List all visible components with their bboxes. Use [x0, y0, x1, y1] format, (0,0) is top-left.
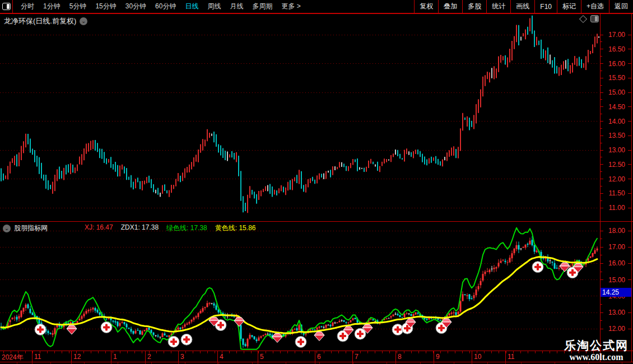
indicator-axis-label: 18.00 — [604, 227, 629, 234]
indicator-value-1: ZDX1: 17.38 — [121, 223, 159, 233]
main-axis-label: 15.00 — [604, 89, 629, 96]
main-axis-label: 11.00 — [604, 204, 629, 211]
price-tag: 14.25 — [601, 288, 631, 297]
month-label: 12 — [73, 353, 81, 361]
sell-signal-gem-icon — [314, 332, 324, 341]
sell-signal-gem-icon — [67, 325, 77, 334]
indicator-value-3: 黄色线: 15.86 — [215, 223, 256, 233]
main-axis-label: 17.00 — [604, 31, 629, 38]
indicator-axis-label: 12.00 — [604, 325, 629, 332]
main-axis-label: 12.00 — [604, 176, 629, 183]
toolbar-divider — [0, 13, 633, 14]
buy-signal-icon — [532, 262, 543, 273]
main-axis-label: 16.50 — [604, 46, 629, 53]
watermark: 乐淘公式网 www.60lt.com — [564, 339, 629, 362]
indicator-header: ⌄ 股朋指标网 XJ: 16.47ZDX1: 17.38绿色线: 17.38黄色… — [3, 223, 255, 233]
main-axis-label: 16.00 — [604, 60, 629, 67]
month-label: 11 — [34, 353, 41, 361]
month-label: 3 — [180, 353, 184, 361]
indicator-value-2: 绿色线: 17.38 — [166, 223, 207, 233]
buy-signal-icon — [168, 336, 179, 347]
buy-signal-icon — [35, 324, 46, 335]
main-axis-label: 13.00 — [604, 147, 629, 153]
panel-divider — [0, 221, 633, 222]
stock-title[interactable]: 龙净环保(日线.前复权) ⌄ — [4, 16, 87, 26]
chevron-down-icon[interactable]: ⌄ — [80, 17, 87, 25]
year-label: 2024年 — [2, 353, 24, 362]
chevron-down-icon[interactable]: ⌄ — [3, 225, 11, 232]
main-axis-label: 13.50 — [604, 132, 629, 139]
sell-signal-gem-icon — [272, 334, 282, 343]
month-label: 8 — [398, 353, 402, 361]
trading-terminal-window: { "toolbar": { "left_items": [ {"name": … — [0, 0, 633, 364]
date-axis: 2024年 11121234567891011 — [0, 351, 633, 362]
chart-corner-controls — [580, 15, 599, 22]
sell-signal-gem-icon — [234, 318, 244, 326]
month-label: 4 — [220, 353, 224, 361]
month-label: 7 — [355, 353, 359, 361]
main-axis-label: 14.00 — [604, 118, 629, 125]
month-label: 2 — [147, 353, 151, 361]
axis-separator-line — [600, 13, 601, 362]
main-axis-label: 12.50 — [604, 161, 629, 168]
month-label: 1 — [113, 353, 117, 361]
right-frame-line — [631, 13, 632, 362]
watermark-url: www.60lt.com — [564, 352, 629, 362]
watermark-site-name: 乐淘公式网 — [564, 339, 629, 352]
candlestick-chart-canvas[interactable] — [0, 0, 633, 364]
main-axis-label: 14.50 — [604, 104, 629, 110]
indicator-axis-label: 17.00 — [604, 244, 629, 250]
indicator-value-0: XJ: 16.47 — [85, 223, 113, 233]
indicator-name[interactable]: 股朋指标网 — [14, 223, 48, 233]
buy-signal-icon — [101, 322, 112, 333]
main-axis-label: 11.50 — [604, 190, 629, 197]
main-axis-label: 15.50 — [604, 74, 629, 81]
collapse-diamond-icon[interactable] — [579, 15, 587, 22]
indicator-values: XJ: 16.47ZDX1: 17.38绿色线: 17.38黄色线: 15.86 — [85, 223, 255, 233]
indicator-axis-label: 13.00 — [604, 309, 629, 316]
buy-signal-icon — [181, 334, 192, 345]
month-label: 5 — [260, 353, 264, 361]
indicator-axis-label: 15.00 — [604, 277, 629, 283]
indicator-axis-label: 16.00 — [604, 260, 629, 267]
month-label: 10 — [474, 353, 481, 361]
buy-signal-icon — [295, 337, 306, 348]
maximize-panel-icon[interactable] — [590, 15, 599, 22]
month-label: 6 — [317, 353, 321, 361]
stock-title-label: 龙净环保(日线.前复权) — [4, 16, 76, 26]
month-label: 9 — [436, 353, 440, 361]
month-label: 11 — [508, 353, 514, 361]
